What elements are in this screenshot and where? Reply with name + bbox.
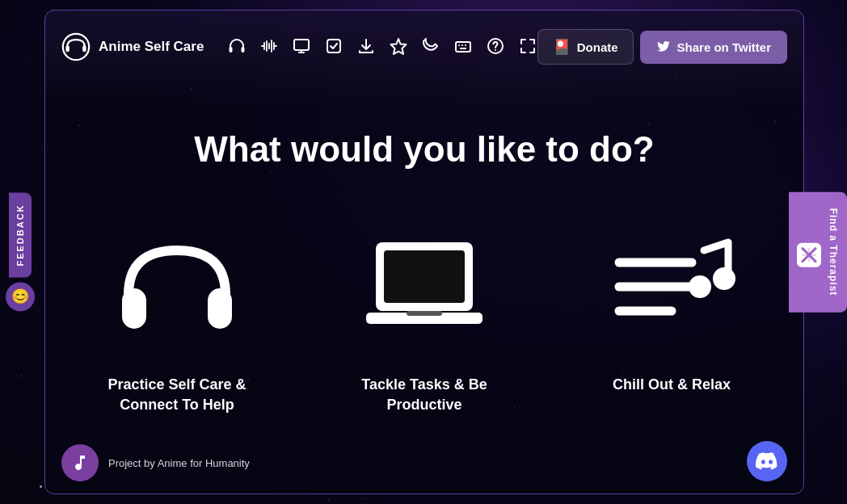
svg-rect-4: [242, 47, 245, 52]
svg-rect-17: [384, 250, 465, 303]
main-content: What would you like to do? Practice Self…: [45, 83, 803, 494]
nav-download-icon[interactable]: [357, 37, 375, 57]
svg-point-23: [689, 275, 711, 298]
donate-label: Donate: [577, 40, 618, 54]
nav-waveform-icon[interactable]: [260, 37, 278, 57]
music-player-button[interactable]: [61, 444, 99, 481]
productive-card[interactable]: Tackle Tasks & Be Productive: [325, 218, 524, 415]
app-logo-icon: [61, 32, 91, 61]
relax-label: Chill Out & Relax: [613, 375, 731, 395]
discord-button[interactable]: [747, 441, 787, 481]
heart-icon: 🎴: [553, 38, 571, 56]
cards-row: Practice Self Care & Connect To Help: [78, 218, 771, 415]
feedback-tab[interactable]: FEEDBACK: [9, 192, 32, 277]
svg-rect-14: [122, 288, 146, 329]
header: Anime Self Care: [45, 10, 803, 83]
app-window: Anime Self Care: [44, 10, 804, 494]
svg-rect-2: [82, 45, 86, 52]
header-buttons: 🎴 Donate Share on Twitter: [537, 29, 787, 65]
nav-icons: [228, 37, 537, 57]
nav-phone-icon[interactable]: [422, 37, 440, 57]
nav-help-icon[interactable]: [487, 37, 504, 57]
footer: Project by Anime for Humanity: [61, 444, 250, 481]
therapist-label: Find a Therapist: [828, 208, 839, 296]
relax-card[interactable]: Chill Out & Relax: [572, 218, 771, 395]
therapist-tab[interactable]: Find a Therapist: [789, 192, 847, 313]
logo-area[interactable]: Anime Self Care: [61, 32, 204, 61]
donate-button[interactable]: 🎴 Donate: [537, 29, 634, 65]
twitter-label: Share on Twitter: [677, 40, 771, 54]
svg-rect-1: [65, 45, 70, 52]
svg-point-13: [495, 49, 496, 51]
therapist-sidebar: Find a Therapist: [789, 192, 847, 313]
nav-star-icon[interactable]: [390, 37, 407, 57]
nav-headphones-icon[interactable]: [228, 37, 246, 57]
nav-checkbox-icon[interactable]: [325, 37, 343, 57]
app-title: Anime Self Care: [99, 39, 204, 55]
therapist-logo: [797, 243, 821, 267]
headphones-card-icon: [112, 218, 242, 355]
twitter-share-button[interactable]: Share on Twitter: [640, 31, 787, 64]
self-care-card[interactable]: Practice Self Care & Connect To Help: [78, 218, 276, 415]
feedback-sidebar: FEEDBACK 😊: [6, 192, 35, 311]
project-credit: Project by Anime for Humanity: [108, 457, 250, 469]
svg-rect-7: [456, 42, 470, 52]
self-care-label: Practice Self Care & Connect To Help: [78, 375, 276, 415]
twitter-icon: [656, 39, 671, 56]
svg-point-24: [713, 267, 735, 290]
svg-rect-5: [294, 40, 309, 50]
nav-fullscreen-icon[interactable]: [519, 37, 537, 57]
page-title: What would you like to do?: [194, 129, 655, 170]
svg-rect-15: [208, 288, 232, 329]
music-list-card-icon: [607, 218, 736, 355]
nav-monitor-icon[interactable]: [293, 37, 310, 57]
svg-rect-19: [407, 311, 442, 316]
svg-rect-6: [327, 40, 340, 52]
emoji-feedback-button[interactable]: 😊: [6, 283, 35, 312]
productive-label: Tackle Tasks & Be Productive: [325, 375, 524, 415]
laptop-card-icon: [360, 218, 489, 355]
svg-rect-3: [230, 47, 233, 52]
nav-keyboard-icon[interactable]: [454, 37, 472, 57]
